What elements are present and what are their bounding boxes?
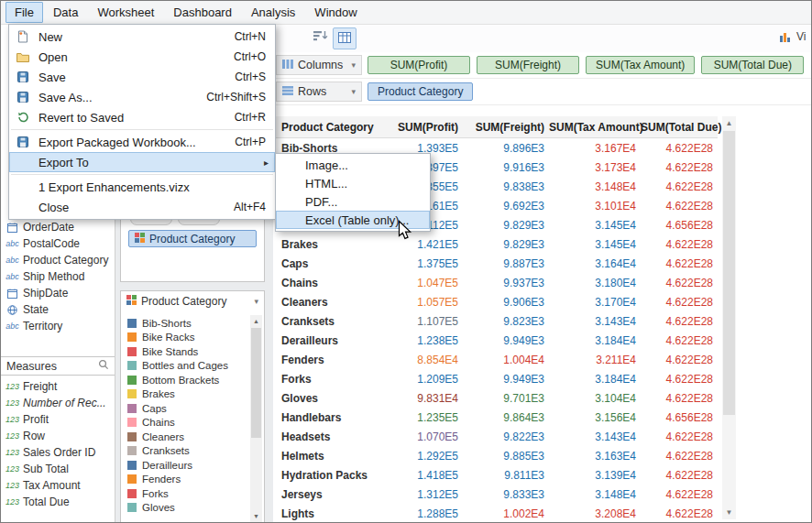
filter-item-fenders[interactable]: Fenders [124,473,248,487]
measure-label: Number of Rec... [23,397,106,409]
table-header-cell-sum-profit[interactable]: SUM(Profit) [384,121,463,134]
pill-sum-tax-amount[interactable]: SUM(Tax Amount) [586,56,695,74]
table-header-cell-sum-freight[interactable]: SUM(Freight) [463,121,549,134]
table-header-cell-sum-tax-amount[interactable]: SUM(Tax Amount) [549,121,641,134]
pill-product-category[interactable]: Product Category [368,82,473,101]
file-menu-item-open[interactable]: OpenCtrl+O [9,47,275,67]
measure-total-due[interactable]: 123Total Due [1,494,115,510]
sort-descending-button[interactable] [310,27,332,48]
menubar-item-file[interactable]: File [5,2,43,23]
pill-sum-freight[interactable]: SUM(Freight) [477,56,579,74]
table-row-gloves[interactable]: Gloves9.831E49.701E33.104E44.622E28 [276,388,718,408]
table-row-lights[interactable]: Lights1.288E51.002E43.208E44.622E28 [276,504,718,523]
row-label: Jerseys [276,488,384,501]
dimension-state[interactable]: State [1,301,115,318]
cell-value: 3.173E4 [549,161,641,174]
measure-row[interactable]: 123Row [1,428,115,444]
filter-item-bike-stands[interactable]: Bike Stands [124,344,248,359]
filter-item-cleaners[interactable]: Cleaners [124,430,248,444]
scrollbar-thumb[interactable] [723,131,735,415]
table-header-cell-sum-total-due[interactable]: SUM(Total Due) [641,121,718,134]
show-me-button[interactable]: Vi [779,30,806,43]
measure-label: Freight [23,380,57,393]
table-header-cell-product-category[interactable]: Product Category [276,121,384,134]
filter-item-gloves[interactable]: Gloves [124,501,248,516]
table-row-cleaners[interactable]: Cleaners1.057E59.906E33.170E44.622E28 [276,292,718,311]
chevron-down-icon[interactable]: ▾ [254,297,258,306]
scroll-down-arrow-icon[interactable]: ▼ [250,510,262,522]
scroll-up-arrow-icon[interactable]: ▲ [250,315,262,327]
export-submenu-item-image[interactable]: Image... [276,156,430,174]
revert-icon [14,112,32,123]
scroll-down-arrow-icon[interactable]: ▼ [722,506,736,519]
filter-item-derailleurs[interactable]: Derailleurs [124,458,248,473]
category-color-swatch [127,474,137,484]
measure-profit[interactable]: 123Profit [1,411,115,428]
file-menu-item-close[interactable]: CloseAlt+F4 [9,197,275,217]
export-submenu-item-excel-table-only[interactable]: Excel (Table only)... [276,211,430,229]
dimension-product-category[interactable]: abcProduct Category [1,252,115,268]
menubar-item-data[interactable]: Data [44,2,87,23]
cell-value: 1.209E5 [384,373,463,386]
dimension-territory[interactable]: abcTerritory [1,318,115,334]
marks-pill-product-category[interactable]: Product Category [128,230,257,247]
menubar-item-analysis[interactable]: Analysis [242,2,304,23]
table-row-caps[interactable]: Caps1.375E59.887E33.164E44.622E28 [276,254,718,273]
scrollbar-thumb[interactable] [251,328,261,438]
filter-item-brakes[interactable]: Brakes [124,387,248,402]
measure-tax-amount[interactable]: 123Tax Amount [1,477,115,494]
file-menu-item-new[interactable]: NewCtrl+N [9,27,275,47]
measure-freight[interactable]: 123Freight [1,378,115,395]
measures-header-label: Measures [6,360,57,373]
table-row-forks[interactable]: Forks1.209E59.949E33.184E44.622E28 [276,369,718,388]
file-menu-item-1-export-enhancements-vizx[interactable]: 1 Export Enhancements.vizx [9,177,275,197]
export-submenu-item-pdf[interactable]: PDF... [276,192,430,211]
filter-item-bike-racks[interactable]: Bike Racks [124,331,248,345]
table-scrollbar[interactable]: ▲ ▼ [722,116,736,519]
pill-sum-total-due[interactable]: SUM(Total Due) [701,56,804,74]
dimension-ship-method[interactable]: abcShip Method [1,268,115,285]
menubar-item-worksheet[interactable]: Worksheet [88,2,163,23]
table-row-fenders[interactable]: Fenders8.854E41.004E43.211E44.622E28 [276,350,718,369]
dimension-shipdate[interactable]: ShipDate [1,285,115,301]
file-menu-item-revert-to-saved[interactable]: Revert to SavedCtrl+R [9,107,275,127]
filter-item-chains[interactable]: Chains [124,416,248,430]
measure-sales-order-id[interactable]: 123Sales Order ID [1,444,115,461]
menubar-item-dashboard[interactable]: Dashboard [164,2,241,23]
measure-number-of-rec[interactable]: 123Number of Rec... [1,395,115,411]
table-row-jerseys[interactable]: Jerseys1.312E59.833E33.148E44.622E28 [276,485,718,504]
filter-item-label: Gloves [142,502,175,513]
table-row-cranksets[interactable]: Cranksets1.107E59.823E33.143E44.622E28 [276,311,718,331]
file-menu-item-export-to[interactable]: Export To▸ [9,152,275,172]
filter-item-bib-shorts[interactable]: Bib-Shorts [124,316,248,331]
table-row-helmets[interactable]: Helmets1.292E59.885E33.163E44.622E28 [276,446,718,465]
table-row-brakes[interactable]: Brakes1.421E59.829E33.145E44.622E28 [276,234,718,254]
filter-item-caps[interactable]: Caps [124,401,248,416]
dimension-orderdate[interactable]: OrderDate [1,219,115,235]
table-row-chains[interactable]: Chains1.047E59.937E33.180E44.622E28 [276,273,718,292]
filter-item-bottom-brackets[interactable]: Bottom Brackets [124,373,248,387]
export-submenu-item-html[interactable]: HTML... [276,174,430,192]
table-row-hydration-packs[interactable]: Hydration Packs1.418E59.811E33.139E44.62… [276,465,718,485]
pill-sum-profit[interactable]: SUM(Profit) [368,56,470,74]
rows-shelf-label[interactable]: Rows ▾ [276,82,362,102]
table-row-headsets[interactable]: Headsets1.070E59.822E33.143E44.622E28 [276,427,718,446]
filter-item-bottles-and-cages[interactable]: Bottles and Cages [124,359,248,374]
columns-shelf-label[interactable]: Columns ▾ [276,55,362,75]
filter-item-cranksets[interactable]: Cranksets [124,444,248,459]
file-menu-item-save[interactable]: SaveCtrl+S [9,67,275,87]
table-row-handlebars[interactable]: Handlebars1.235E59.864E33.156E44.656E28 [276,408,718,427]
file-menu-item-export-packaged-workbook[interactable]: Export Packaged Workbook...Ctrl+P [9,132,275,152]
dimension-postalcode[interactable]: abcPostalCode [1,235,115,252]
scroll-up-arrow-icon[interactable]: ▲ [722,116,736,130]
filter-card-header[interactable]: Product Category ▾ [121,291,264,311]
filter-item-forks[interactable]: Forks [124,486,248,501]
measure-sub-total[interactable]: 123Sub Total [1,461,115,477]
search-icon[interactable] [98,359,109,373]
file-menu-item-save-as[interactable]: Save As...Ctrl+Shift+S [9,87,275,107]
table-row-derailleurs[interactable]: Derailleurs1.238E59.949E33.184E44.622E28 [276,331,718,350]
measure-label: Profit [23,413,49,426]
menubar-item-window[interactable]: Window [305,2,366,23]
category-list-scrollbar[interactable]: ▲ ▼ [250,315,262,522]
view-data-grid-button[interactable] [333,27,357,49]
